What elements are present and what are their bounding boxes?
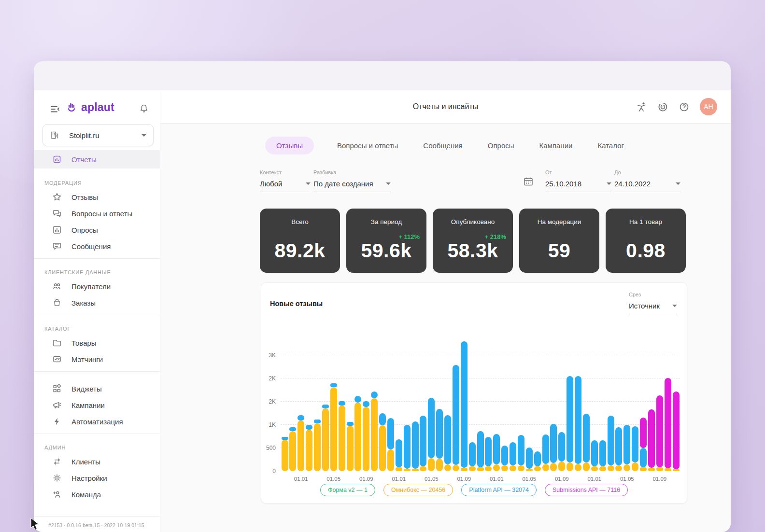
- kpi-card: Опубликовано+ 218%58.3k: [433, 209, 513, 273]
- legend-item-submissions-api[interactable]: Submissions API — 7116: [545, 484, 628, 496]
- bar-segment-омнибокс: [608, 465, 614, 471]
- avatar[interactable]: АН: [700, 98, 717, 115]
- tab-reviews[interactable]: Отзывы: [265, 137, 314, 154]
- bar-segment-омнибокс: [534, 466, 541, 471]
- tab-3[interactable]: Опросы: [486, 137, 516, 154]
- bar-segment-омнибокс: [306, 430, 312, 471]
- building-icon: [50, 130, 59, 140]
- divider: [34, 258, 160, 259]
- sidebar-item[interactable]: Команда: [34, 486, 160, 503]
- context-value: Любой: [260, 180, 302, 188]
- sidebar-item[interactable]: Опросы: [34, 222, 160, 238]
- section-label: АДМИН: [34, 438, 160, 453]
- bar-segment-platform-api: [493, 434, 500, 464]
- sidebar-item[interactable]: Виджеты: [34, 380, 160, 397]
- company-selector[interactable]: Stolplit.ru: [42, 124, 154, 146]
- slice-label: Срез: [629, 292, 677, 297]
- bar-segment-platform-api: [314, 420, 321, 423]
- bar-segment-platform-api: [322, 405, 329, 408]
- y-axis-tick-label: 3K: [269, 352, 276, 359]
- sidebar-item[interactable]: Отзывы: [34, 189, 160, 205]
- chevron-down-icon: [306, 182, 311, 185]
- gymnast-icon[interactable]: [636, 101, 647, 112]
- bar-segment-platform-api: [632, 426, 638, 462]
- bar-segment-омнибокс: [656, 467, 663, 471]
- bar-segment-омнибокс: [461, 468, 468, 471]
- slice-value: Источник: [629, 302, 668, 310]
- sidebar-item[interactable]: Товары: [34, 335, 160, 351]
- legend-item-форма-v2[interactable]: Форма v2 — 1: [320, 484, 375, 496]
- chart-card: Новые отзывы Срез Источник 05001K2K2K3K0…: [261, 282, 687, 504]
- legend-item-омнибокс[interactable]: Омнибокс — 20456: [383, 484, 453, 496]
- date-to-value: 24.10.2022: [614, 180, 672, 188]
- tab-4[interactable]: Кампании: [538, 137, 575, 154]
- bar-segment-омнибокс: [518, 465, 524, 471]
- bar-segment-platform-api: [444, 415, 451, 464]
- kpi-label: На 1 товар: [606, 218, 686, 225]
- bar-segment-platform-api: [501, 446, 508, 465]
- target-icon[interactable]: [657, 101, 668, 112]
- bar-segment-platform-api: [396, 439, 402, 467]
- sidebar-item[interactable]: Заказы: [34, 294, 160, 311]
- person-add-icon: [52, 490, 62, 499]
- people-icon: [52, 281, 62, 291]
- sidebar-sections: МОДЕРАЦИЯОтзывыВопросы и ответыОпросыСоо…: [34, 173, 160, 503]
- calendar-icon[interactable]: [523, 176, 534, 187]
- kpi-label: На модерации: [519, 218, 599, 225]
- chevron-down-icon: [607, 182, 611, 185]
- bar-segment-platform-api: [583, 414, 590, 462]
- bar-segment-омнибокс: [387, 449, 394, 471]
- sidebar-collapse-icon[interactable]: [50, 104, 60, 114]
- bar-segment-platform-api: [306, 425, 312, 430]
- x-axis-tick-label: 01.05: [326, 476, 340, 482]
- sidebar-item-label: Отчеты: [71, 155, 97, 164]
- tab-2[interactable]: Сообщения: [421, 137, 464, 154]
- kpi-value: 58.3k: [433, 239, 513, 262]
- bar-segment-омнибокс: [322, 408, 329, 471]
- tab-5[interactable]: Каталог: [595, 137, 626, 154]
- bar-segment-омнибокс: [363, 407, 369, 471]
- sidebar-item[interactable]: Настройки: [34, 470, 160, 486]
- y-axis-tick-label: 2K: [269, 398, 276, 405]
- kpi-card: На 1 товар0.98: [606, 209, 686, 273]
- x-axis-tick-label: 01.05: [522, 476, 536, 482]
- tab-1[interactable]: Вопросы и ответы: [335, 137, 400, 154]
- bar-segment-platform-api: [599, 440, 606, 466]
- sidebar-item[interactable]: Кампании: [34, 397, 160, 413]
- kpi-card: На модерации59: [519, 209, 599, 273]
- breakdown-filter[interactable]: Разбивка По дате создания: [313, 169, 391, 192]
- sidebar: aplaut Stolplit.ru: [34, 90, 160, 532]
- gridline: 3K: [281, 355, 680, 355]
- legend-item-platform-api[interactable]: Platform API — 32074: [461, 484, 537, 496]
- x-axis-tick-label: 01.05: [620, 476, 634, 482]
- bar-segment-омнибокс: [396, 467, 402, 471]
- bar-segment-омнибокс: [330, 387, 337, 471]
- bar-segment-platform-api: [608, 416, 614, 465]
- sidebar-item-reports[interactable]: Отчеты: [34, 150, 160, 168]
- bar-segment-омнибокс: [567, 462, 573, 471]
- date-to-filter[interactable]: До 24.10.2022: [614, 169, 680, 192]
- x-axis-tick-label: 01.05: [425, 476, 439, 482]
- section-label: МОДЕРАЦИЯ: [34, 173, 160, 189]
- sidebar-item[interactable]: Клиенты: [34, 453, 160, 470]
- date-from-filter[interactable]: От 25.10.2018: [545, 169, 611, 192]
- gear-icon: [52, 473, 62, 483]
- bar-segment-омнибокс: [453, 465, 459, 471]
- report-icon: [52, 154, 62, 164]
- sidebar-item[interactable]: Покупатели: [34, 278, 160, 294]
- sidebar-item[interactable]: Вопросы и ответы: [34, 205, 160, 222]
- notifications-bell-icon[interactable]: [139, 103, 149, 114]
- sidebar-item[interactable]: Сообщения: [34, 238, 160, 254]
- bar-segment-submissions-api: [640, 418, 647, 448]
- sidebar-item-label: Товары: [71, 339, 97, 347]
- kpi-card: Всего89.2k: [260, 209, 340, 273]
- sidebar-item[interactable]: Мэтчинги: [34, 351, 160, 367]
- slice-selector[interactable]: Срез Источник: [629, 292, 677, 314]
- help-icon[interactable]: [679, 101, 690, 112]
- sidebar-item-label: Заказы: [71, 299, 96, 307]
- bar-segment-platform-api: [485, 437, 492, 466]
- sidebar-item[interactable]: Автоматизация: [34, 413, 160, 430]
- logo[interactable]: aplaut: [66, 101, 114, 114]
- chevron-down-icon: [142, 134, 146, 137]
- context-filter[interactable]: Контекст Любой: [260, 169, 311, 192]
